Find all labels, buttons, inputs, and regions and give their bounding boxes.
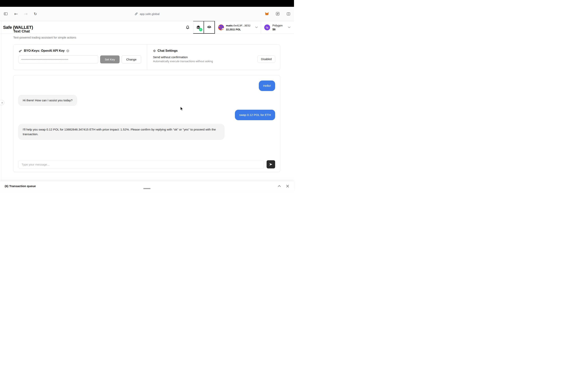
setting-description: Automatically execute transactions witho… bbox=[153, 60, 213, 63]
apps-button[interactable]: 1 bbox=[193, 21, 204, 34]
polygon-icon bbox=[264, 24, 270, 30]
metamask-wallet-badge-icon bbox=[222, 28, 224, 30]
walletconnect-icon bbox=[207, 25, 212, 30]
chat-card: Hello! Hi there! How can I assist you to… bbox=[13, 75, 280, 172]
page-title: Text Chat bbox=[13, 29, 30, 33]
key-icon bbox=[19, 49, 22, 53]
chat-settings-section: ⚙ Chat Settings Send without confirmatio… bbox=[147, 44, 280, 70]
home-indicator bbox=[143, 188, 150, 189]
notifications-button[interactable] bbox=[182, 21, 193, 34]
send-button[interactable] bbox=[267, 160, 275, 169]
gear-icon: ⚙ bbox=[153, 49, 156, 53]
back-icon: ← bbox=[14, 11, 18, 16]
chat-message-user: Hello! bbox=[259, 81, 275, 91]
setting-label: Send without confirmation bbox=[153, 55, 213, 59]
sidebar-toggle-button[interactable] bbox=[3, 11, 8, 16]
app-header: Safe (WALLET) 1 bbox=[0, 21, 294, 34]
transaction-queue-bar[interactable]: (6) Transaction queue bbox=[0, 181, 294, 191]
sidebar-expand-button[interactable]: » bbox=[0, 100, 4, 105]
walletconnect-button[interactable] bbox=[204, 21, 215, 34]
network-selector[interactable]: Polygon $6 bbox=[261, 21, 294, 34]
chevron-down-icon bbox=[288, 26, 291, 28]
forward-button[interactable]: → bbox=[23, 11, 28, 17]
split-view-button[interactable] bbox=[286, 11, 291, 16]
network-balance: $6 bbox=[273, 28, 275, 31]
chevron-down-icon bbox=[255, 26, 258, 28]
extensions-icon bbox=[275, 12, 280, 16]
avatar bbox=[218, 24, 224, 30]
metamask-extension-button[interactable] bbox=[264, 11, 269, 16]
sidebar-toggle-icon bbox=[3, 12, 8, 16]
chat-message-user: swap 0.12 POL for ETH bbox=[235, 110, 275, 120]
notification-count-badge: 1 bbox=[199, 28, 202, 31]
message-input[interactable] bbox=[18, 160, 264, 169]
queue-expand-button[interactable] bbox=[277, 185, 281, 187]
extensions-button[interactable] bbox=[275, 11, 280, 16]
chevron-up-icon bbox=[278, 185, 281, 187]
queue-close-button[interactable] bbox=[286, 184, 289, 188]
macos-menubar bbox=[0, 0, 294, 7]
info-icon[interactable]: i bbox=[66, 49, 69, 52]
page-subtitle: Text-powered trading assistant for simpl… bbox=[13, 36, 76, 39]
transaction-queue-label: (6) Transaction queue bbox=[5, 184, 36, 188]
chat-message-assistant: Hi there! How can I assist you today? bbox=[18, 95, 77, 106]
forward-icon: → bbox=[24, 11, 27, 16]
api-key-input[interactable] bbox=[19, 55, 98, 64]
bell-icon bbox=[185, 25, 190, 30]
reload-icon: ↻ bbox=[34, 12, 37, 16]
close-icon bbox=[286, 185, 289, 188]
split-view-icon bbox=[286, 12, 291, 16]
change-key-button[interactable]: Change bbox=[122, 55, 141, 64]
settings-card: BYO-Keys: OpenAI API Key i Set Key Chang… bbox=[13, 44, 280, 70]
send-without-confirmation-toggle[interactable]: Disabled bbox=[257, 55, 275, 63]
address-bar[interactable]: app.safe.global bbox=[135, 12, 160, 16]
reload-button[interactable]: ↻ bbox=[33, 11, 37, 16]
account-selector[interactable]: matic:0x413F...3E52 22.2511 POL bbox=[215, 21, 261, 34]
set-key-button[interactable]: Set Key bbox=[100, 55, 120, 64]
chat-message-assistant: I'll help you swap 0.12 POL for 13882846… bbox=[18, 124, 224, 140]
back-button[interactable]: ← bbox=[14, 11, 18, 17]
api-key-title: BYO-Keys: OpenAI API Key bbox=[24, 49, 64, 53]
metamask-fox-icon bbox=[265, 12, 269, 16]
account-balance: 22.2511 POL bbox=[226, 28, 241, 31]
link-icon bbox=[135, 12, 138, 16]
message-list: Hello! Hi there! How can I assist you to… bbox=[17, 81, 275, 140]
chat-settings-title: Chat Settings bbox=[158, 49, 178, 53]
browser-toolbar: ← → ↻ app.safe.global bbox=[0, 7, 294, 21]
send-icon bbox=[269, 163, 273, 166]
network-name: Polygon bbox=[273, 24, 283, 27]
account-address: matic:0x413F...3E52 bbox=[226, 24, 251, 27]
api-key-section: BYO-Keys: OpenAI API Key i Set Key Chang… bbox=[13, 44, 147, 70]
url-text: app.safe.global bbox=[140, 12, 160, 16]
